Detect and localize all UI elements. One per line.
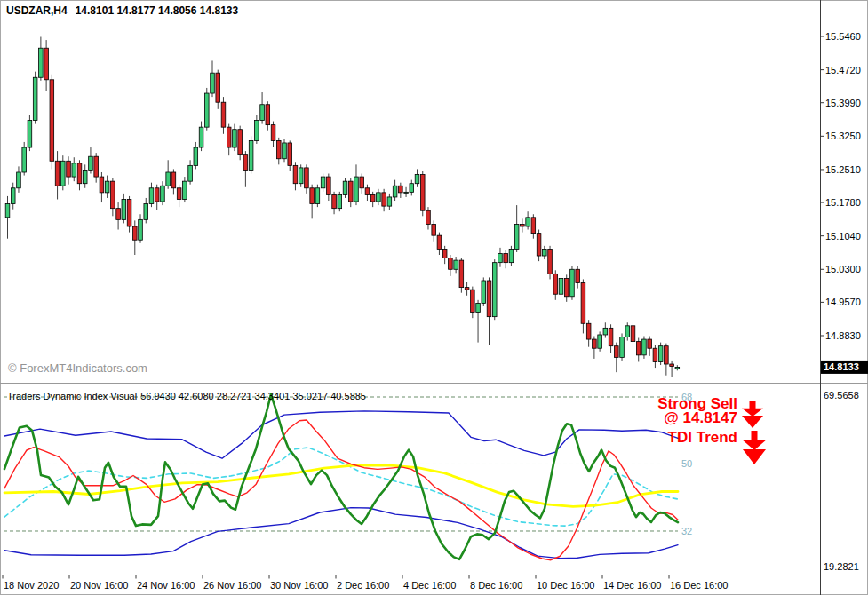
time-tick-label: 4 Dec 16:00 xyxy=(403,580,456,591)
indicator-scale-top-label: 69.5658 xyxy=(824,390,859,401)
time-tick-label: 26 Nov 16:00 xyxy=(203,580,261,591)
main-chart-surface[interactable] xyxy=(2,2,819,383)
watermark-label: © ForexMT4Indicators.com xyxy=(8,361,147,375)
indicator-name-label: Traders Dynamic Index Visual xyxy=(7,391,137,401)
price-tick-label: 15.1040 xyxy=(825,231,861,242)
price-tick-label: 14.8830 xyxy=(825,330,861,341)
time-tick-label: 20 Nov 16:00 xyxy=(70,580,128,591)
time-tick-label: 14 Dec 16:00 xyxy=(603,580,661,591)
price-tick-label: 14.9570 xyxy=(825,297,861,307)
sell-signal-annotation: Strong Sell @ 14.8147 TDI Trend xyxy=(657,397,737,445)
signal-line-tdi-trend: TDI Trend xyxy=(657,431,737,445)
price-tick-label: 15.3250 xyxy=(825,131,861,141)
price-tick-label: 15.0300 xyxy=(825,264,861,274)
time-tick-label: 8 Dec 16:00 xyxy=(470,580,522,591)
indicator-values-label: 56.9430 42.6080 28.2721 34.3401 35.0217 … xyxy=(140,391,366,401)
time-tick-label: 18 Nov 2020 xyxy=(4,580,59,591)
price-axis[interactable]: 15.546015.472015.399015.325015.251015.17… xyxy=(821,31,868,374)
price-tick-label: 15.3990 xyxy=(825,98,861,108)
indicator-title: Traders Dynamic Index Visual56.9430 42.6… xyxy=(7,391,366,401)
price-tick-label: 15.1780 xyxy=(825,197,861,208)
price-tick-label: 15.5460 xyxy=(825,31,861,42)
symbol-timeframe-label: USDZAR,H4 xyxy=(6,4,68,17)
chart-canvas[interactable]: 15.546015.472015.399015.325015.251015.17… xyxy=(0,0,868,595)
time-tick-label: 30 Nov 16:00 xyxy=(270,580,328,591)
indicator-scale-bottom-label: 19.2821 xyxy=(824,561,859,572)
mt4-chart-window: 15.546015.472015.399015.325015.251015.17… xyxy=(0,0,868,595)
time-axis[interactable]: 18 Nov 202020 Nov 16:0024 Nov 16:0026 No… xyxy=(3,575,728,591)
price-tick-label: 15.2510 xyxy=(825,164,861,175)
current-price-label: 14.8133 xyxy=(824,361,859,372)
price-tick-label: 15.4720 xyxy=(825,65,861,75)
time-tick-label: 10 Dec 16:00 xyxy=(537,580,594,591)
time-tick-label: 2 Dec 16:00 xyxy=(337,580,389,591)
chart-title: USDZAR,H414.8101 14.8177 14.8056 14.8133 xyxy=(6,4,238,17)
ohlc-quote-label: 14.8101 14.8177 14.8056 14.8133 xyxy=(76,4,239,17)
signal-line-price: @ 14.8147 xyxy=(657,411,737,425)
time-tick-label: 16 Dec 16:00 xyxy=(670,580,728,591)
time-tick-label: 24 Nov 16:00 xyxy=(137,580,195,591)
